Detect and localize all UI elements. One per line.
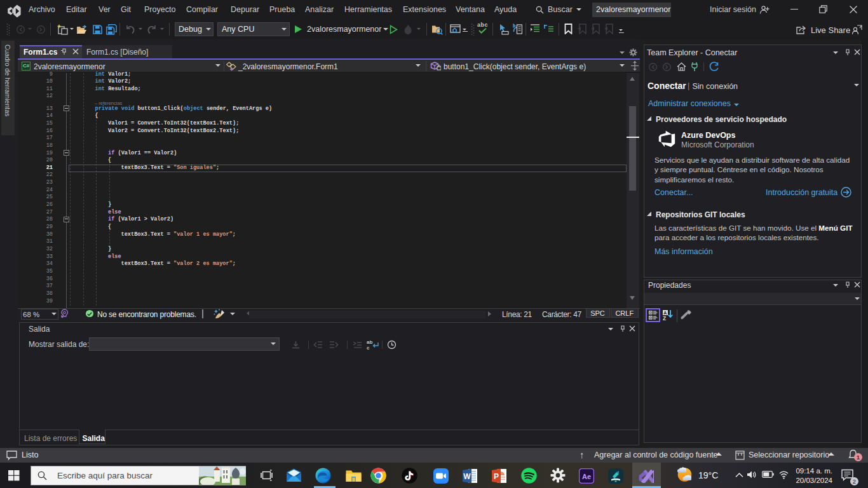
svg-text:W: W — [463, 472, 471, 481]
svg-text:Ae: Ae — [582, 473, 591, 480]
svg-text:P: P — [494, 472, 499, 481]
